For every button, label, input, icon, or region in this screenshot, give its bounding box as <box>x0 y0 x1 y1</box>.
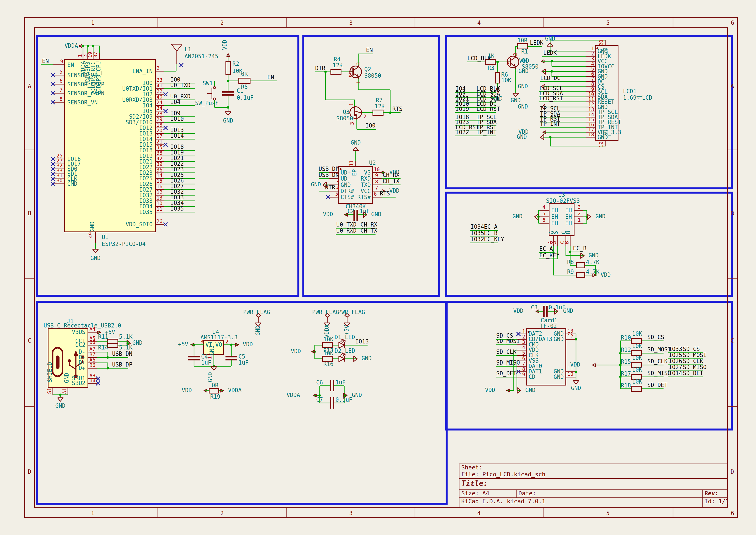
label[interactable]: +5V <box>178 341 188 348</box>
label[interactable]: 20 <box>602 47 609 54</box>
power-arrow-icon[interactable] <box>79 44 82 47</box>
label[interactable]: VDD <box>221 40 228 50</box>
label[interactable]: 9 <box>522 372 525 377</box>
label[interactable]: V3 <box>364 169 371 176</box>
label[interactable]: GND <box>563 308 573 314</box>
label[interactable]: EC_B <box>573 245 586 252</box>
label[interactable]: EC_KEY <box>539 252 560 259</box>
label[interactable]: IO4 <box>170 99 180 105</box>
label[interactable]: 8 <box>522 366 525 372</box>
label[interactable]: 9 <box>60 59 63 64</box>
label[interactable]: 7 <box>60 87 63 93</box>
label[interactable]: B <box>565 231 572 234</box>
label[interactable]: 1.69寸LCD <box>623 95 652 101</box>
label[interactable]: C4 <box>201 353 208 360</box>
label[interactable]: CC2 <box>75 342 85 348</box>
label[interactable]: USB_DN <box>319 172 339 179</box>
label[interactable]: LEDK <box>543 50 557 56</box>
label[interactable]: 24 <box>156 100 163 105</box>
label[interactable]: 23 <box>156 77 163 83</box>
label[interactable]: R2 <box>232 61 239 67</box>
label[interactable]: U0_RXD <box>336 227 357 234</box>
label[interactable]: IO25 <box>669 352 682 358</box>
label[interactable]: GND <box>511 97 521 103</box>
label[interactable]: GND <box>525 387 535 393</box>
label[interactable]: R18 <box>621 382 631 389</box>
label[interactable]: 26 <box>156 218 163 224</box>
label[interactable]: PWR_FLAG <box>312 309 339 316</box>
led-diode[interactable] <box>339 356 344 362</box>
label[interactable]: TXD <box>361 182 371 188</box>
label[interactable]: SD_MISO <box>496 359 520 366</box>
label[interactable]: RTS <box>392 106 402 112</box>
label[interactable]: SHIELD <box>46 362 53 382</box>
label[interactable]: 1uF <box>336 379 345 386</box>
label[interactable]: USB_DP <box>319 166 339 172</box>
label[interactable]: 13 <box>567 328 573 334</box>
ground-symbol-icon[interactable] <box>573 380 579 384</box>
label[interactable]: EH <box>551 220 558 227</box>
ground-symbol-icon[interactable] <box>58 398 63 401</box>
label[interactable]: VDDA <box>65 42 78 49</box>
label[interactable]: VDD <box>182 387 192 393</box>
label[interactable]: A4 <box>90 326 95 332</box>
label[interactable]: CD <box>528 374 535 380</box>
label[interactable]: A1 <box>62 388 67 394</box>
label[interactable]: 0.1uF <box>336 397 352 403</box>
push-switch[interactable] <box>213 87 216 89</box>
label[interactable]: SD_CS <box>647 334 664 341</box>
label[interactable]: VCC <box>361 188 371 194</box>
label[interactable]: SD_MOSI <box>647 346 671 353</box>
label[interactable]: U0_TXD <box>336 221 357 228</box>
label[interactable]: USB_DP <box>112 361 132 368</box>
label[interactable]: GND <box>554 336 564 342</box>
label[interactable]: 19 <box>602 132 609 139</box>
label[interactable]: 4 <box>542 204 545 210</box>
label[interactable]: IO22 <box>455 129 469 135</box>
label[interactable]: R11 <box>98 333 108 340</box>
label[interactable]: VDD <box>323 211 333 217</box>
label[interactable]: VO <box>215 342 222 348</box>
label[interactable]: IO34 <box>471 223 484 230</box>
label[interactable]: VDDA <box>228 387 242 393</box>
label[interactable]: TP_INT <box>476 129 497 136</box>
label[interactable]: SD_MISO <box>683 364 707 371</box>
label[interactable]: 9 <box>591 86 594 92</box>
label[interactable]: GND <box>91 255 101 261</box>
label[interactable]: GND <box>512 213 523 220</box>
label[interactable]: GND <box>207 372 213 382</box>
label[interactable]: EH <box>551 213 558 220</box>
label[interactable]: R19 <box>210 393 220 400</box>
label[interactable]: R14 <box>98 344 108 351</box>
label[interactable]: 19 <box>87 52 93 58</box>
label[interactable]: 7 <box>375 185 378 191</box>
label[interactable]: C6 <box>316 379 323 386</box>
label[interactable]: 1uF <box>360 208 370 214</box>
label[interactable]: VDD3P3_CPU <box>95 61 102 95</box>
label[interactable]: GND <box>255 325 261 336</box>
label[interactable]: VDD <box>243 341 253 348</box>
label[interactable]: 4 <box>522 345 525 350</box>
ground-symbol-icon[interactable] <box>225 112 231 115</box>
resistor[interactable] <box>226 62 230 74</box>
label[interactable]: EN <box>267 74 274 80</box>
label[interactable]: EH <box>565 207 572 213</box>
label[interactable]: 5.1K <box>119 344 133 351</box>
label[interactable]: 3 <box>591 56 594 62</box>
pin-stub[interactable] <box>171 44 177 51</box>
label[interactable]: GND <box>223 117 233 124</box>
pin-stub[interactable] <box>177 44 182 51</box>
label[interactable]: VDD <box>601 271 611 278</box>
label[interactable]: DTR <box>325 184 335 191</box>
label[interactable]: 1uF <box>238 359 249 366</box>
label[interactable]: GND <box>209 345 215 355</box>
label[interactable]: 10K <box>323 350 334 356</box>
label[interactable]: IO35 <box>170 205 184 212</box>
led-diode[interactable] <box>339 342 344 348</box>
label[interactable]: 2 <box>507 61 510 67</box>
label[interactable]: 0.1uF <box>237 95 254 101</box>
label[interactable]: 1 <box>513 70 519 73</box>
label[interactable]: B <box>564 241 570 244</box>
label[interactable]: LCD1 <box>623 88 636 95</box>
label[interactable]: R8 <box>567 259 574 265</box>
